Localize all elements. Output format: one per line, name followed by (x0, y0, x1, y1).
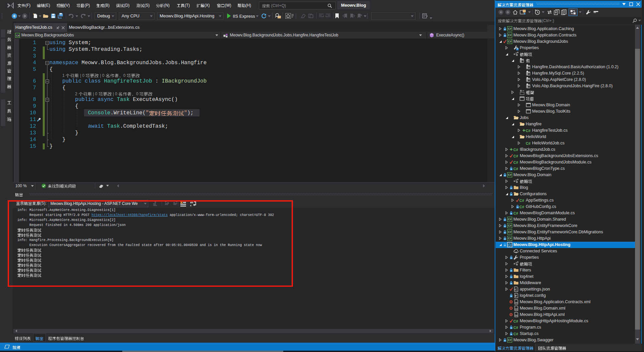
svg-text:C#: C# (508, 40, 512, 43)
svg-text:C#: C# (513, 211, 518, 215)
svg-text:C#: C# (513, 167, 518, 171)
svg-text:C#: C# (508, 231, 512, 234)
svg-text:C#: C# (508, 173, 512, 177)
svg-text:C#: C# (513, 326, 518, 330)
svg-text:C#: C# (513, 319, 518, 323)
svg-text:C#: C# (519, 199, 524, 203)
svg-text:C#: C# (16, 34, 20, 37)
svg-text:C#: C# (508, 339, 512, 342)
svg-text:C#: C# (508, 27, 512, 30)
svg-text:C#: C# (513, 332, 518, 336)
svg-text:C#: C# (526, 141, 530, 145)
svg-text:C#: C# (513, 154, 518, 158)
svg-text:C#: C# (508, 218, 512, 221)
svg-text:C#: C# (526, 129, 530, 133)
svg-text:C#: C# (513, 160, 518, 164)
svg-text:C#: C# (513, 148, 518, 152)
svg-text:C#: C# (508, 34, 512, 37)
svg-text:C#: C# (508, 237, 512, 240)
svg-text:C#: C# (519, 205, 524, 209)
svg-text:C#: C# (508, 224, 512, 227)
